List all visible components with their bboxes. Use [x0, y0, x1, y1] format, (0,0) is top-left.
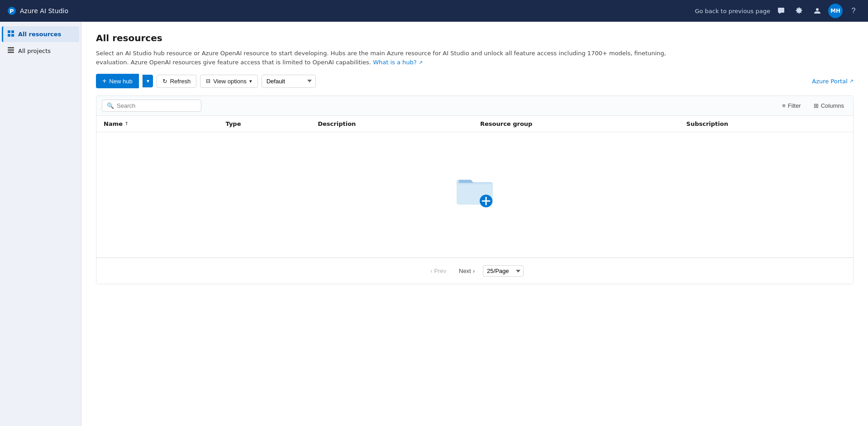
refresh-button[interactable]: ↻ Refresh — [157, 75, 197, 88]
toolbar: + New hub ▾ ↻ Refresh ⊟ View options ▾ D… — [96, 74, 854, 88]
sidebar-label-all-projects: All projects — [18, 48, 51, 54]
page-size-select[interactable]: 10/Page 25/Page 50/Page 100/Page — [483, 265, 524, 277]
new-hub-dropdown-button[interactable]: ▾ — [143, 75, 153, 87]
azure-ai-studio-logo: P — [7, 6, 16, 15]
filter-button[interactable]: ≡ Filter — [778, 101, 804, 111]
svg-rect-2 — [8, 30, 10, 33]
view-options-button[interactable]: ⊟ View options ▾ — [200, 75, 258, 88]
empty-state-cell — [96, 132, 853, 258]
svg-rect-8 — [8, 52, 14, 53]
svg-rect-5 — [11, 34, 14, 37]
back-to-previous-link[interactable]: Go back to previous page — [695, 8, 770, 14]
data-table: Name ↑ Type Description Resource group — [96, 116, 853, 258]
help-icon: ? — [852, 7, 856, 15]
app-title: Azure AI Studio — [20, 7, 68, 14]
col-resource-group: Resource group — [473, 116, 679, 132]
all-projects-icon — [7, 47, 14, 55]
columns-icon: ⊞ — [814, 102, 819, 109]
view-options-chevron-icon: ▾ — [249, 78, 252, 84]
table-toolbar-right: ≡ Filter ⊞ Columns — [778, 101, 848, 111]
settings-icon — [796, 7, 803, 14]
col-description: Description — [310, 116, 473, 132]
all-resources-icon — [7, 30, 14, 38]
subscription-select[interactable]: Default — [262, 75, 316, 88]
help-button[interactable]: ? — [846, 4, 861, 18]
sort-icon: ↑ — [124, 121, 129, 127]
filter-icon: ≡ — [782, 102, 786, 109]
prev-chevron-icon: ‹ — [430, 268, 432, 274]
page-title: All resources — [96, 33, 854, 43]
refresh-icon: ↻ — [162, 78, 167, 85]
external-link-icon: ↗ — [419, 60, 423, 66]
topbar-left: P Azure AI Studio — [7, 6, 68, 15]
svg-rect-6 — [8, 47, 14, 48]
col-name: Name ↑ — [96, 116, 219, 132]
search-box: 🔍 — [102, 100, 201, 112]
svg-text:P: P — [10, 8, 14, 14]
page-description: Select an AI Studio hub resource or Azur… — [96, 49, 684, 67]
columns-button[interactable]: ⊞ Columns — [810, 101, 848, 111]
what-is-hub-link[interactable]: What is a hub? ↗ — [373, 59, 423, 66]
plus-icon: + — [102, 77, 106, 85]
account-icon — [814, 7, 821, 14]
table-container: 🔍 ≡ Filter ⊞ Columns — [96, 96, 854, 284]
empty-folder-icon — [454, 173, 495, 209]
external-link-icon2: ↗ — [849, 78, 854, 84]
svg-rect-3 — [11, 30, 14, 33]
topbar: P Azure AI Studio Go back to previous pa… — [0, 0, 868, 22]
main-layout: All resources All projects All resources… — [0, 22, 868, 426]
topbar-right: Go back to previous page MH ? — [695, 4, 861, 18]
sidebar-item-all-projects[interactable]: All projects — [2, 43, 79, 59]
sidebar: All resources All projects — [0, 22, 81, 426]
svg-rect-4 — [8, 34, 10, 37]
table-toolbar: 🔍 ≡ Filter ⊞ Columns — [96, 96, 853, 116]
empty-state — [104, 137, 846, 253]
prev-button[interactable]: ‹ Prev — [426, 265, 451, 277]
azure-portal-link[interactable]: Azure Portal ↗ — [812, 78, 854, 85]
search-input[interactable] — [117, 102, 196, 109]
pagination: ‹ Prev Next › 10/Page 25/Page 50/Page 10… — [96, 258, 853, 284]
view-options-icon: ⊟ — [206, 78, 210, 84]
empty-state-row — [96, 132, 853, 258]
new-hub-button[interactable]: + New hub — [96, 74, 139, 88]
account-button[interactable] — [810, 4, 825, 18]
col-subscription: Subscription — [679, 116, 853, 132]
sidebar-item-all-resources[interactable]: All resources — [2, 26, 79, 42]
table-header-row: Name ↑ Type Description Resource group — [96, 116, 853, 132]
search-icon: 🔍 — [107, 102, 114, 109]
next-button[interactable]: Next › — [454, 265, 479, 277]
settings-button[interactable] — [792, 4, 806, 18]
next-chevron-icon: › — [473, 268, 475, 274]
svg-rect-7 — [8, 49, 14, 51]
feedback-button[interactable] — [774, 4, 788, 18]
main-content: All resources Select an AI Studio hub re… — [81, 22, 868, 426]
user-avatar[interactable]: MH — [828, 4, 843, 18]
sidebar-label-all-resources: All resources — [18, 31, 61, 38]
chevron-down-icon: ▾ — [147, 78, 149, 84]
feedback-icon — [777, 7, 785, 14]
col-type: Type — [219, 116, 311, 132]
